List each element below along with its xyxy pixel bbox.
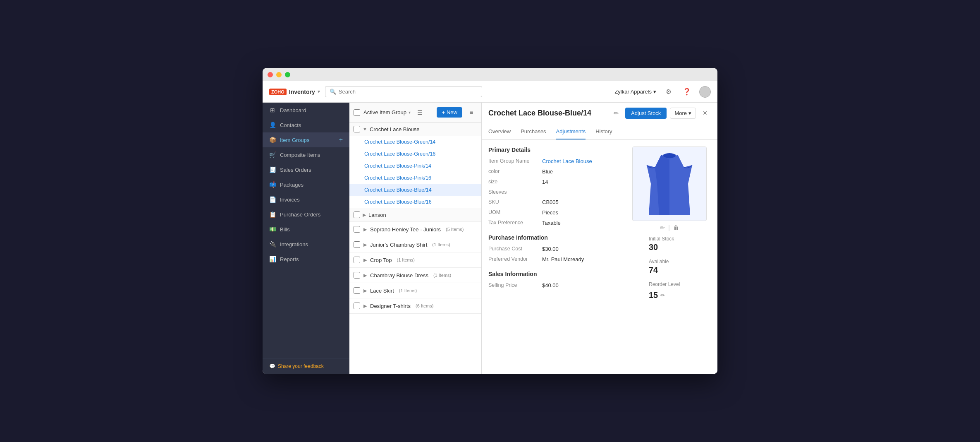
- group-name-cbd: Chambray Blouse Dress: [370, 272, 428, 279]
- group-crop-top[interactable]: ▶ Crop Top (1 Items): [349, 252, 481, 268]
- reorder-level-label: Reorder Level: [649, 281, 711, 287]
- search-input[interactable]: [339, 89, 478, 95]
- group-checkbox-soprano[interactable]: [354, 226, 360, 233]
- hamburger-icon[interactable]: ≡: [466, 107, 477, 118]
- new-btn-plus-icon: +: [442, 109, 445, 115]
- info-label-color: color: [488, 168, 542, 174]
- minimize-traffic-light[interactable]: [276, 72, 282, 77]
- delete-image-icon[interactable]: 🗑: [673, 224, 679, 231]
- crop-top-chevron-icon[interactable]: ▶: [363, 257, 367, 263]
- adjust-stock-button[interactable]: Adjust Stock: [625, 108, 667, 119]
- group-checkbox-lace-skirt[interactable]: [354, 287, 360, 294]
- group-chambray-blouse-dress[interactable]: ▶ Chambray Blouse Dress (1 Items): [349, 268, 481, 283]
- sub-item-clb-green-14[interactable]: Crochet Lace Blouse-Green/14: [349, 136, 481, 148]
- sub-item-clb-blue-16[interactable]: Crochet Lace Blouse-Blue/16: [349, 196, 481, 208]
- sub-item-label-clb-pink-14: Crochet Lace Blouse-Pink/14: [364, 163, 431, 169]
- juniors-chevron-icon[interactable]: ▶: [363, 242, 367, 247]
- filter-icon[interactable]: ☰: [414, 107, 425, 118]
- new-button[interactable]: + New: [437, 107, 462, 118]
- sidebar-item-packages[interactable]: 📫 Packages: [263, 177, 349, 192]
- group-designer-tshirts[interactable]: ▶ Designer T-shirts (6 Items): [349, 298, 481, 314]
- svg-point-0: [663, 153, 676, 158]
- sub-item-clb-green-16[interactable]: Crochet Lace Blouse-Green/16: [349, 148, 481, 160]
- sidebar-item-item-groups[interactable]: 📦 Item Groups +: [263, 132, 349, 147]
- sub-item-clb-pink-14[interactable]: Crochet Lace Blouse-Pink/14: [349, 160, 481, 172]
- group-collapse-chevron[interactable]: ▼: [363, 127, 367, 132]
- product-image-area: ✏ | 🗑: [628, 147, 711, 231]
- user-avatar[interactable]: [699, 86, 711, 98]
- group-checkbox-cbd[interactable]: [354, 272, 360, 279]
- sidebar-item-integrations[interactable]: 🔌 Integrations: [263, 237, 349, 252]
- tab-purchases[interactable]: Purchases: [521, 124, 546, 139]
- sub-item-clb-blue-14[interactable]: Crochet Lace Blouse-Blue/14: [349, 184, 481, 196]
- group-name-lace-skirt: Lace Skirt: [370, 288, 394, 294]
- sidebar-item-dashboard[interactable]: ⊞ Dashboard: [263, 103, 349, 118]
- item-list-scroll: ▼ Crochet Lace Blouse Crochet Lace Blous…: [349, 123, 481, 374]
- sidebar-item-bills[interactable]: 💵 Bills: [263, 222, 349, 237]
- detail-edit-icon[interactable]: ✏: [610, 108, 622, 119]
- info-row-color: color Blue: [488, 168, 621, 175]
- tab-adjustments[interactable]: Adjustments: [556, 124, 586, 139]
- edit-image-icon[interactable]: ✏: [660, 224, 665, 231]
- close-traffic-light[interactable]: [268, 72, 273, 77]
- search-bar[interactable]: 🔍: [325, 86, 482, 97]
- help-icon[interactable]: ❓: [681, 86, 693, 98]
- reports-icon: 📊: [269, 256, 276, 262]
- sidebar-item-label-sales-orders: Sales Orders: [280, 167, 311, 173]
- reorder-edit-icon[interactable]: ✏: [660, 292, 665, 298]
- group-lace-skirt[interactable]: ▶ Lace Skirt (1 Items): [349, 283, 481, 298]
- sidebar-item-composite-items[interactable]: 🛒 Composite Items: [263, 147, 349, 162]
- group-juniors-chambray[interactable]: ▶ Junior's Chambray Shirt (1 Items): [349, 237, 481, 252]
- designer-chevron-icon[interactable]: ▶: [363, 303, 367, 309]
- lace-skirt-chevron-icon[interactable]: ▶: [363, 288, 367, 293]
- add-item-group-btn[interactable]: +: [339, 137, 343, 143]
- group-lanson[interactable]: ▶ Lanson: [349, 208, 481, 222]
- sidebar-item-contacts[interactable]: 👤 Contacts: [263, 118, 349, 132]
- info-value-uom: Pieces: [542, 209, 558, 216]
- group-checkbox-lanson[interactable]: [354, 211, 360, 218]
- detail-close-button[interactable]: ×: [699, 108, 711, 119]
- purchase-orders-icon: 📋: [269, 211, 276, 218]
- group-filter-dropdown[interactable]: Active Item Group ▾: [363, 109, 411, 115]
- group-name-juniors: Junior's Chambray Shirt: [370, 242, 427, 248]
- group-soprano-henley[interactable]: ▶ Soprano Henley Tee - Juniors (5 Items): [349, 222, 481, 237]
- more-button[interactable]: More ▾: [670, 108, 696, 119]
- lanson-collapse-chevron[interactable]: ▶: [363, 212, 366, 218]
- brand-dropdown-icon[interactable]: ▾: [318, 89, 320, 94]
- composite-items-icon: 🛒: [269, 151, 276, 158]
- sidebar-item-label-integrations: Integrations: [280, 241, 308, 247]
- info-row-sleeves: Sleeves: [488, 189, 621, 195]
- group-checkbox-crop-top[interactable]: [354, 257, 360, 263]
- detail-header: Crochet Lace Blouse-Blue/14 ✏ Adjust Sto…: [482, 103, 717, 124]
- sidebar-item-reports[interactable]: 📊 Reports: [263, 252, 349, 267]
- tab-overview[interactable]: Overview: [488, 124, 511, 139]
- brand-logo[interactable]: ZOHO Inventory ▾: [269, 89, 320, 95]
- group-checkbox-juniors[interactable]: [354, 241, 360, 248]
- maximize-traffic-light[interactable]: [285, 72, 290, 77]
- group-count-cbd: (1 Items): [433, 273, 451, 278]
- group-checkbox-designer[interactable]: [354, 303, 360, 309]
- feedback-label: Share your feedback: [278, 363, 324, 369]
- info-label-purchase-cost: Purchase Cost: [488, 246, 542, 252]
- sidebar-item-purchase-orders[interactable]: 📋 Purchase Orders: [263, 207, 349, 222]
- sub-item-label-clb-pink-16: Crochet Lace Blouse-Pink/16: [364, 175, 431, 181]
- group-checkbox-clb[interactable]: [354, 126, 360, 132]
- group-crochet-lace-blouse[interactable]: ▼ Crochet Lace Blouse: [349, 123, 481, 136]
- sidebar-item-invoices[interactable]: 📄 Invoices: [263, 192, 349, 207]
- group-name-designer: Designer T-shirts: [370, 303, 411, 309]
- sidebar-item-sales-orders[interactable]: 🧾 Sales Orders: [263, 162, 349, 177]
- feedback-link[interactable]: 💬 Share your feedback: [263, 358, 349, 374]
- org-selector[interactable]: Zylkar Apparels ▾: [614, 89, 656, 95]
- tab-history[interactable]: History: [595, 124, 612, 139]
- select-all-checkbox[interactable]: [354, 109, 360, 116]
- sub-item-clb-pink-16[interactable]: Crochet Lace Blouse-Pink/16: [349, 172, 481, 184]
- info-label-item-group: Item Group Name: [488, 158, 542, 164]
- info-value-item-group[interactable]: Crochet Lace Blouse: [542, 158, 592, 164]
- cbd-chevron-icon[interactable]: ▶: [363, 273, 367, 278]
- sidebar-item-label-contacts: Contacts: [280, 122, 301, 128]
- available-stock-card: Available 74: [649, 259, 711, 275]
- soprano-chevron-icon[interactable]: ▶: [363, 227, 367, 232]
- product-image-svg: [643, 151, 696, 217]
- settings-icon[interactable]: ⚙: [663, 86, 674, 98]
- info-value-vendor: Mr. Paul Mcready: [542, 256, 584, 262]
